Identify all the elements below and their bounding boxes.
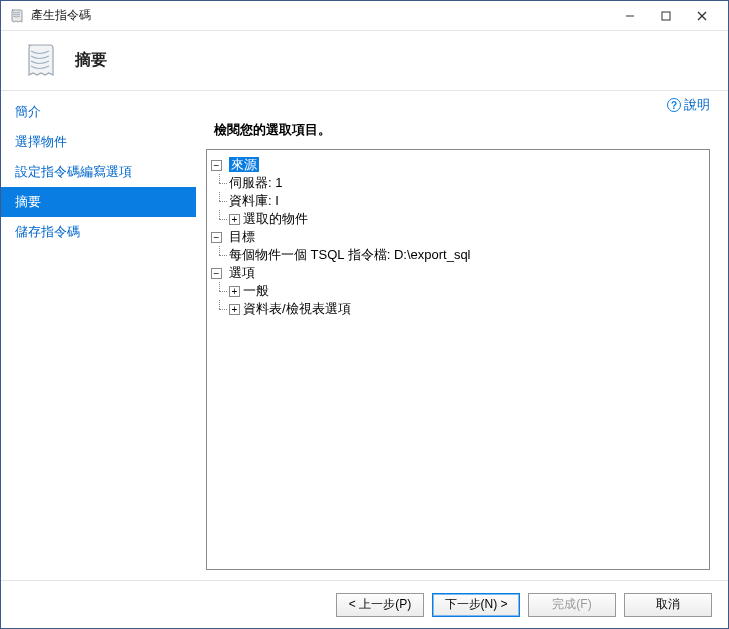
main-panel: ? 說明 檢閱您的選取項目。 − 來源 伺服器: 1 資料庫: I + [196, 91, 728, 580]
minimize-button[interactable] [612, 2, 648, 30]
tree-label-options: 選項 [229, 265, 255, 280]
titlebar: 產生指令碼 [1, 1, 728, 31]
tree-node-per-object[interactable]: 每個物件一個 TSQL 指令檔: D:\export_sql [211, 246, 705, 264]
wizard-nav: 簡介 選擇物件 設定指令碼編寫選項 摘要 儲存指令碼 [1, 91, 196, 580]
tree-label-source: 來源 [229, 157, 259, 172]
window-controls [612, 2, 720, 30]
nav-save-scripts[interactable]: 儲存指令碼 [1, 217, 196, 247]
close-button[interactable] [684, 2, 720, 30]
summary-tree: − 來源 伺服器: 1 資料庫: I +選取的物件 − 目標 [206, 149, 710, 570]
help-label: 說明 [684, 96, 710, 114]
collapse-icon[interactable]: − [211, 268, 222, 279]
dialog-window: 產生指令碼 摘要 簡介 選擇物件 設定指令碼編寫選項 摘要 儲存指令碼 ? 說明 [0, 0, 729, 629]
help-link[interactable]: ? 說明 [667, 96, 710, 114]
help-row: ? 說明 [206, 95, 710, 115]
tree-label-target: 目標 [229, 229, 255, 244]
nav-scripting-options[interactable]: 設定指令碼編寫選項 [1, 157, 196, 187]
cancel-button[interactable]: 取消 [624, 593, 712, 617]
tree-node-source[interactable]: − 來源 伺服器: 1 資料庫: I +選取的物件 [211, 156, 705, 228]
nav-intro[interactable]: 簡介 [1, 97, 196, 127]
tree-node-options[interactable]: − 選項 +一般 +資料表/檢視表選項 [211, 264, 705, 318]
tree-node-database[interactable]: 資料庫: I [211, 192, 705, 210]
tree-node-server[interactable]: 伺服器: 1 [211, 174, 705, 192]
window-title: 產生指令碼 [31, 7, 612, 24]
expand-icon[interactable]: + [229, 214, 240, 225]
dialog-footer: < 上一步(P) 下一步(N) > 完成(F) 取消 [1, 580, 728, 628]
svg-rect-1 [662, 12, 670, 20]
nav-summary[interactable]: 摘要 [1, 187, 196, 217]
page-title: 摘要 [75, 50, 107, 71]
collapse-icon[interactable]: − [211, 232, 222, 243]
script-icon [19, 40, 61, 82]
wizard-header: 摘要 [1, 31, 728, 91]
tree-node-target[interactable]: − 目標 每個物件一個 TSQL 指令檔: D:\export_sql [211, 228, 705, 264]
tree-node-general[interactable]: +一般 [211, 282, 705, 300]
app-icon [9, 8, 25, 24]
tree-node-selected-objects[interactable]: +選取的物件 [211, 210, 705, 228]
maximize-button[interactable] [648, 2, 684, 30]
next-button[interactable]: 下一步(N) > [432, 593, 520, 617]
finish-button: 完成(F) [528, 593, 616, 617]
tree-node-tableview[interactable]: +資料表/檢視表選項 [211, 300, 705, 318]
expand-icon[interactable]: + [229, 304, 240, 315]
dialog-body: 簡介 選擇物件 設定指令碼編寫選項 摘要 儲存指令碼 ? 說明 檢閱您的選取項目… [1, 91, 728, 580]
prev-button[interactable]: < 上一步(P) [336, 593, 424, 617]
instruction-text: 檢閱您的選取項目。 [214, 121, 710, 139]
help-icon: ? [667, 98, 681, 112]
collapse-icon[interactable]: − [211, 160, 222, 171]
expand-icon[interactable]: + [229, 286, 240, 297]
nav-choose-objects[interactable]: 選擇物件 [1, 127, 196, 157]
